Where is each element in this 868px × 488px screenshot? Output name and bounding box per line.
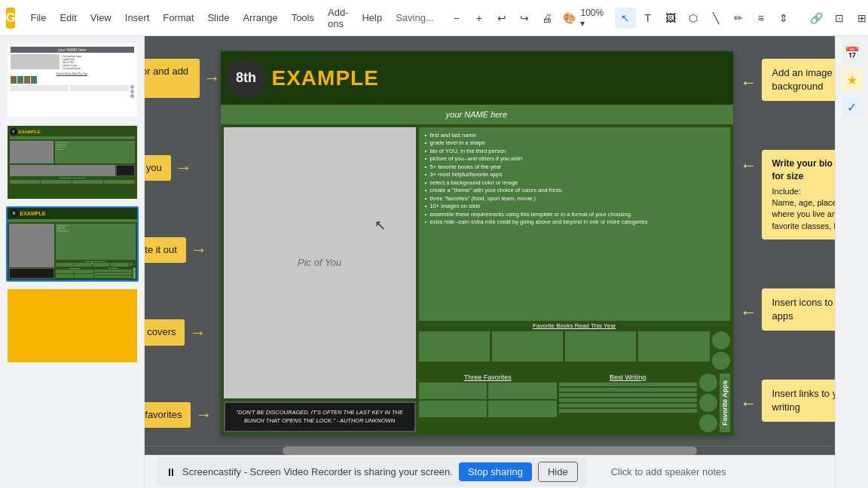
slide-content-8 bbox=[8, 289, 137, 362]
ann-right-icons-box: Insert icons to your apps bbox=[762, 288, 836, 331]
scrollbar-thumb[interactable] bbox=[283, 447, 697, 455]
ann-right-bio-box: Write your bio here and adjust for size … bbox=[762, 150, 836, 239]
menu-file[interactable]: File bbox=[24, 9, 52, 26]
pic-of-you: Pic of You bbox=[224, 127, 416, 398]
ann-right-links-arrow: ← bbox=[741, 394, 757, 413]
menu-insert[interactable]: Insert bbox=[119, 9, 156, 26]
bullet-4: •picture of you--and others if you wish bbox=[425, 155, 724, 162]
menu-format[interactable]: Format bbox=[157, 9, 200, 26]
circles-col bbox=[712, 331, 730, 370]
select-btn[interactable]: ↖ bbox=[615, 8, 636, 29]
stop-sharing-button[interactable]: Stop sharing bbox=[459, 462, 532, 481]
ann-right-background: ← Add an image or color as background bbox=[741, 59, 836, 107]
zoom-out-btn[interactable]: − bbox=[446, 8, 467, 29]
paint-btn[interactable]: 🎨 bbox=[559, 8, 580, 29]
crop-btn[interactable]: ⊡ bbox=[829, 8, 850, 29]
side-circle-1 bbox=[699, 374, 717, 392]
books-grid bbox=[419, 331, 710, 370]
speaker-notes[interactable]: Click to add speaker notes bbox=[611, 466, 726, 477]
menu-view[interactable]: View bbox=[84, 9, 118, 26]
horizontal-scrollbar[interactable] bbox=[145, 446, 835, 455]
ann-right-bio-arrow: ← bbox=[741, 156, 757, 175]
text-btn[interactable]: T bbox=[637, 8, 659, 29]
fav-3 bbox=[419, 401, 487, 417]
grade-badge: 8th bbox=[227, 59, 266, 98]
pause-icon: ⏸ bbox=[166, 466, 176, 478]
menu-arrange[interactable]: Arrange bbox=[237, 9, 283, 26]
slide-left-col: Pic of You "DON'T BE DISCOURAGED. IT'S O… bbox=[224, 127, 416, 432]
ann-grade-box: Fill a shape with color and add your gra… bbox=[145, 59, 200, 98]
writing-line-4 bbox=[559, 398, 697, 402]
image-btn[interactable]: 🖼 bbox=[660, 8, 681, 29]
undo-btn[interactable]: ↩ bbox=[491, 8, 512, 29]
menu-help[interactable]: Help bbox=[356, 9, 388, 26]
editor-area: Fill a shape with color and add your gra… bbox=[145, 36, 835, 488]
slide-img-8 bbox=[6, 288, 139, 364]
sidebar-icon-3[interactable]: ✓ bbox=[842, 96, 863, 117]
bullet-1: •first and last name bbox=[425, 132, 724, 139]
print-btn[interactable]: 🖨 bbox=[536, 8, 558, 29]
ann-right-bg-arrow: ← bbox=[741, 73, 757, 93]
menu-addons[interactable]: Add-ons bbox=[322, 4, 354, 32]
bullet-list: •first and last name •grade level in a s… bbox=[419, 127, 730, 321]
scribble-btn[interactable]: ✏ bbox=[728, 8, 749, 29]
bullet-7: •select a background color or image bbox=[425, 179, 724, 186]
slide-img-6: 8 EXAMPLE • first and last • grade level… bbox=[6, 124, 139, 200]
fav-1 bbox=[419, 383, 487, 399]
writing-line-1 bbox=[559, 383, 697, 386]
menu-slide[interactable]: Slide bbox=[201, 9, 235, 26]
sidebar-icon-1[interactable]: 📅 bbox=[842, 42, 863, 63]
menu-edit[interactable]: Edit bbox=[53, 9, 82, 26]
slide-name-text: your NAME here bbox=[446, 110, 507, 119]
writing-lines bbox=[559, 383, 697, 413]
annotation-image: Find an image or write it out → bbox=[145, 237, 221, 263]
slide-thumb-6[interactable]: 6 8 EXAMPLE • fi bbox=[6, 124, 139, 200]
bullet-12: •extra mile--earn extra mile credit by g… bbox=[425, 218, 724, 225]
slide-thumb-8[interactable]: 8 bbox=[6, 288, 139, 364]
books-label: Favorite Books Read This Year bbox=[419, 322, 730, 329]
screencast-notice: ⏸ Screencastify - Screen Video Recorder … bbox=[157, 457, 587, 486]
side-circle-2 bbox=[699, 394, 717, 412]
crop2-btn[interactable]: ⊞ bbox=[851, 8, 868, 29]
bullet-3: •bio of YOU, in the third person bbox=[425, 148, 724, 154]
hide-button[interactable]: Hide bbox=[538, 462, 578, 482]
menu-tools[interactable]: Tools bbox=[286, 9, 320, 26]
book-cell-4 bbox=[638, 331, 709, 361]
link-btn[interactable]: 🔗 bbox=[806, 8, 827, 29]
menu-items: File Edit View Insert Format Slide Arran… bbox=[24, 4, 433, 32]
ann-right-bio: ← Write your bio here and adjust for siz… bbox=[741, 150, 836, 246]
align-btn[interactable]: ≡ bbox=[750, 8, 772, 29]
redo-btn[interactable]: ↪ bbox=[514, 8, 535, 29]
line-btn[interactable]: ╲ bbox=[705, 8, 726, 29]
ann-favorites-box: Find images of your favorites bbox=[145, 402, 191, 428]
shape-btn[interactable]: ⬡ bbox=[683, 8, 704, 29]
ann-right-links: ← Insert links to your writing bbox=[741, 380, 836, 428]
google-logo: G bbox=[6, 8, 15, 29]
slide-thumb-7[interactable]: 7 8 EXAMPLE bbox=[6, 206, 139, 282]
bullet-6: •3+ most helpful/favorite apps bbox=[425, 171, 724, 178]
spacing-btn[interactable]: ⇕ bbox=[773, 8, 794, 29]
slide-thumb-5[interactable]: 5 your NAME here • first and last name• … bbox=[6, 42, 139, 118]
writing-line-5 bbox=[559, 404, 697, 407]
three-favorites-label: Three Favorites bbox=[419, 374, 557, 381]
writing-line-2 bbox=[559, 388, 697, 392]
ann-books-box: Find images of book covers bbox=[145, 319, 185, 345]
zoom-in-btn[interactable]: + bbox=[469, 8, 490, 29]
book-cell-1 bbox=[419, 331, 490, 361]
editor-scroll[interactable]: Fill a shape with color and add your gra… bbox=[145, 36, 835, 446]
bottom-bar: ⏸ Screencastify - Screen Video Recorder … bbox=[145, 455, 835, 488]
ann-right-links-box: Insert links to your writing bbox=[762, 380, 836, 422]
side-circles-col bbox=[699, 374, 717, 432]
ann-fonts-box: Change fonts to suit you bbox=[145, 155, 171, 181]
ann-fonts-arrow: → bbox=[176, 158, 192, 178]
bullet-11: •assemble these requirements using this … bbox=[425, 211, 724, 218]
zoom-level[interactable]: 100% ▾ bbox=[582, 8, 603, 29]
annotation-grade: Fill a shape with color and add your gra… bbox=[145, 59, 221, 98]
slide-canvas[interactable]: 8th EXAMPLE your NAME here bbox=[221, 51, 733, 435]
annotation-books: Find images of book covers → bbox=[145, 319, 221, 345]
annotations-left: Fill a shape with color and add your gra… bbox=[145, 51, 221, 435]
slide-canvas-content: 8th EXAMPLE your NAME here bbox=[221, 51, 733, 435]
slide-panel: 5 your NAME here • first and last name• … bbox=[0, 36, 145, 488]
bullet-2: •grade level in a shape bbox=[425, 139, 724, 146]
sidebar-icon-2[interactable]: ★ bbox=[842, 69, 863, 90]
